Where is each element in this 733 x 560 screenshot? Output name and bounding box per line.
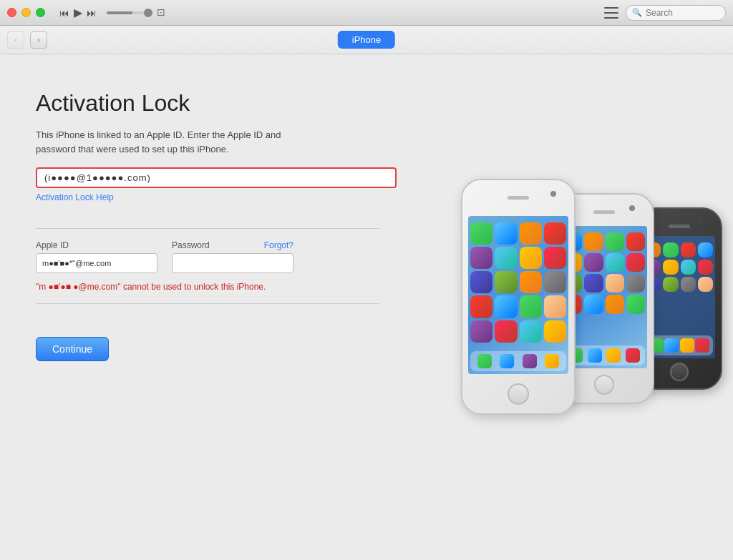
app-icon [520,222,542,245]
right-controls: 🔍 [604,5,726,21]
app-icon [470,247,492,269]
app-icon [584,295,603,313]
phone-camera-small [697,220,703,225]
continue-button[interactable]: Continue [36,337,109,361]
search-icon: 🔍 [632,8,642,17]
maximize-button[interactable] [36,8,45,17]
dock-icon [523,354,537,368]
dock-icon [477,354,492,368]
app-icon [544,295,566,318]
app-icon [584,232,603,251]
phone-speaker-large [508,196,529,200]
phone-home-button-medium [594,375,614,395]
activation-lock-help-link[interactable]: Activation Lock Help [36,192,397,202]
app-icon [698,242,713,257]
title-bar: ⏮ ▶ ⏭ ⊡ 🔍 [0,0,733,26]
app-icon [681,277,696,292]
app-icon [520,247,542,269]
dock-icon [626,348,640,363]
app-icon [626,274,645,293]
screen-dock-small [646,335,713,355]
app-icon [470,320,492,343]
app-icon [606,274,624,293]
app-icon [626,295,645,313]
phone-speaker-medium [593,210,615,214]
activation-description: This iPhone is linked to an Apple ID. En… [36,128,322,156]
screen-grid-small [644,239,715,296]
app-icon [698,277,713,292]
fast-forward-button[interactable]: ⏭ [87,7,97,19]
app-icon [544,271,566,293]
password-input[interactable] [172,253,293,273]
search-box[interactable]: 🔍 [626,5,726,21]
form-section: Apple ID Password Forgot? "m ●■'●■ ●@me.… [36,240,397,292]
email-display-box: (i●●●●@1●●●●●.com) [36,167,397,188]
app-icon [663,277,678,292]
divider-bottom [36,303,379,304]
menu-button[interactable] [604,7,618,19]
phone-camera-large [550,191,556,197]
close-button[interactable] [7,8,16,17]
phone-home-button-large [508,383,529,405]
app-icon [495,295,517,318]
app-icon [698,260,713,275]
window-controls [7,8,45,17]
app-icon [470,222,492,245]
apple-id-input[interactable] [36,253,157,273]
play-button[interactable]: ▶ [74,6,82,19]
password-label: Password [172,240,210,250]
forgot-link[interactable]: Forgot? [264,240,293,250]
app-icon [544,222,566,245]
dock-icon [545,354,559,368]
screen-dock-large [470,351,566,371]
dock-icon [664,338,679,353]
divider-top [36,228,379,229]
app-icon [520,271,542,293]
left-panel: Activation Lock This iPhone is linked to… [0,54,432,560]
minimize-button[interactable] [21,8,31,17]
app-icon [520,320,542,343]
app-icon [663,242,678,257]
phone-screen-small [644,236,715,358]
app-icon [495,271,517,293]
dock-icon [588,348,602,363]
right-panel [432,54,733,560]
password-field: Password Forgot? [172,240,293,273]
app-icon [544,320,566,343]
phone-screen-large [468,216,568,374]
app-icon [495,222,517,245]
app-icon [606,253,624,272]
app-icon [606,295,624,313]
iphone-tab[interactable]: iPhone [338,31,395,49]
toolbar: ‹ › iPhone [0,26,733,54]
phone-large [461,179,576,415]
dock-icon [606,348,621,363]
app-icon [681,242,696,257]
phone-speaker-small [669,225,690,228]
phones-container [447,157,719,458]
apple-id-field: Apple ID [36,240,157,273]
search-input[interactable] [646,8,719,18]
screen-grid-large [468,219,568,346]
app-icon [584,253,603,272]
app-icon [626,253,645,272]
error-message: "m ●■'●■ ●@me.com" cannot be used to unl… [36,282,308,292]
back-icon: ‹ [14,34,17,45]
rewind-button[interactable]: ⏮ [59,7,69,19]
phone-camera-medium [629,205,635,211]
activation-title: Activation Lock [36,90,397,117]
app-icon [544,247,566,269]
volume-slider[interactable] [107,11,150,14]
forward-button[interactable]: › [30,31,47,49]
app-icon [495,247,517,269]
main-content: Activation Lock This iPhone is linked to… [0,54,733,560]
apple-id-label: Apple ID [36,240,157,250]
media-controls: ⏮ ▶ ⏭ ⊡ [59,6,170,19]
back-button[interactable]: ‹ [7,31,24,49]
airplay-button[interactable]: ⊡ [157,6,170,19]
app-icon [470,271,492,293]
app-icon [584,274,603,293]
forward-icon: › [37,34,40,45]
screen-dock-medium [563,345,645,365]
app-icon [681,260,696,275]
